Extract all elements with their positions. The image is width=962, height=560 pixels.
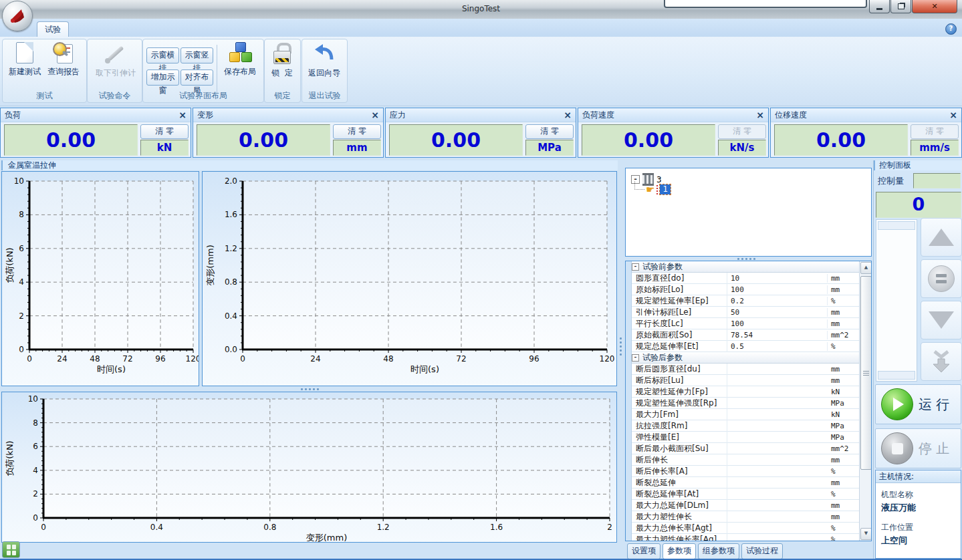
meter-title: 应力: [390, 110, 406, 120]
param-row[interactable]: 原始截面积[So]78.54mm^2: [632, 329, 860, 341]
selected-specimen[interactable]: 1: [660, 184, 671, 194]
param-unit: MPa: [828, 399, 860, 408]
jog-fast-down-button[interactable]: [921, 342, 962, 381]
param-value[interactable]: 100: [727, 285, 828, 294]
jog-up-button[interactable]: [921, 218, 962, 257]
speed-track[interactable]: [876, 219, 917, 382]
save-layout-button[interactable]: 保存布局: [221, 42, 259, 78]
tab-0[interactable]: 设置项: [627, 543, 660, 559]
tab-3[interactable]: 试验过程: [741, 543, 783, 559]
pointer-hand-icon: ☛: [646, 185, 654, 194]
param-row[interactable]: 规定总延伸率[Et]0.5%: [632, 341, 860, 352]
meter-value: 0.00: [582, 124, 715, 156]
param-value[interactable]: 50: [727, 308, 828, 317]
param-row[interactable]: 弹性模量[E]MPa: [632, 432, 860, 443]
red-marker-icon: [656, 185, 658, 194]
collapse-icon[interactable]: -: [632, 263, 639, 271]
vertical-splitter[interactable]: [618, 160, 624, 560]
param-row[interactable]: 最大力[Fm]kN: [632, 409, 860, 420]
svg-text:10: 10: [28, 394, 38, 404]
param-row[interactable]: 抗拉强度[Rm]MPa: [632, 420, 860, 432]
title-bar[interactable]: SingoTest ✕: [0, 0, 962, 19]
meter-clear-button[interactable]: 清 零: [140, 124, 189, 139]
param-row[interactable]: 平行长度[Lc]100mm: [632, 318, 860, 329]
param-name: 最大力总延伸[DLm]: [632, 500, 727, 511]
param-row[interactable]: 断后标距[Lu]mm: [632, 375, 860, 386]
param-row[interactable]: 原始标距[Lo]100mm: [632, 284, 860, 295]
param-row[interactable]: 圆形直径[do]10mm: [632, 273, 860, 284]
restore-button[interactable]: [890, 0, 911, 13]
control-amount-input[interactable]: [913, 173, 961, 188]
param-value[interactable]: 0.5: [727, 342, 828, 351]
param-row[interactable]: 规定塑性延伸力[Fp]kN: [632, 386, 860, 398]
group-label-exit: 退出试验: [302, 90, 347, 102]
meter-close-icon[interactable]: ×: [564, 108, 572, 122]
meter-close-icon[interactable]: ×: [756, 108, 764, 122]
specimen-tree[interactable]: - 3 ☛ 1: [625, 168, 872, 257]
minimize-button[interactable]: [869, 0, 890, 13]
tree-child-node[interactable]: ☛ 1: [646, 184, 671, 194]
close-button[interactable]: ✕: [912, 0, 957, 13]
svg-text:96: 96: [155, 354, 165, 364]
param-row[interactable]: 断后最小截面积[Su]mm^2: [632, 443, 860, 454]
param-row[interactable]: 断后圆形直径[du]mm: [632, 364, 860, 375]
undo-arrow-icon: [313, 42, 336, 65]
param-row[interactable]: 最大力总延伸[DLm]mm: [632, 500, 860, 511]
jog-down-button[interactable]: [921, 301, 962, 339]
param-row[interactable]: 规定塑性延伸率[Ep]0.2%: [632, 295, 860, 307]
report-search-icon: [53, 42, 74, 63]
chart-grid-button[interactable]: [2, 541, 20, 558]
param-section-header[interactable]: -试验后参数: [632, 352, 860, 364]
windows-vertical-button[interactable]: 示窗竖排: [181, 47, 213, 63]
query-report-button[interactable]: 查询报告: [44, 42, 83, 78]
param-value[interactable]: 0.2: [727, 297, 828, 305]
meter-clear-button[interactable]: 清 零: [525, 124, 574, 139]
new-test-button[interactable]: 新建测试: [5, 42, 44, 78]
meter-clear-button[interactable]: 清 零: [333, 124, 381, 139]
add-window-button[interactable]: 增加示窗: [146, 69, 179, 86]
align-layout-button[interactable]: 对齐布局: [181, 69, 213, 86]
tab-1[interactable]: 参数项: [663, 543, 696, 559]
ribbon-separator: [217, 45, 217, 93]
param-row[interactable]: 最大力总伸长率[Agt]%: [632, 523, 860, 534]
table-scrollbar[interactable]: ▲ ▼: [859, 261, 871, 541]
param-row[interactable]: 最大力塑性伸长率[Ag]%: [632, 534, 860, 541]
windows-horizontal-button[interactable]: 示窗横排: [146, 47, 179, 63]
stop-icon: [881, 432, 913, 464]
param-row[interactable]: 引伸计标距[Le]50mm: [632, 307, 860, 318]
svg-text:10: 10: [14, 176, 24, 186]
param-row[interactable]: 断后伸长率[A]%: [632, 466, 860, 477]
scroll-thumb[interactable]: [860, 276, 872, 470]
param-name: 抗拉强度[Rm]: [632, 420, 727, 432]
scroll-down-icon[interactable]: ▼: [860, 528, 872, 540]
param-row[interactable]: 断裂总延伸mm: [632, 477, 860, 488]
param-value[interactable]: 78.54: [727, 331, 828, 339]
param-value[interactable]: 100: [727, 319, 828, 328]
param-row[interactable]: 断裂总延伸率[At]%: [632, 488, 860, 500]
collapse-icon[interactable]: -: [632, 354, 639, 362]
svg-text:1.6: 1.6: [490, 523, 503, 532]
tab-2[interactable]: 组参数项: [698, 543, 739, 559]
tab-shiyan[interactable]: 试验: [37, 21, 69, 37]
param-unit: MPa: [828, 433, 860, 442]
param-row[interactable]: 最大力塑性伸长mm: [632, 511, 860, 523]
param-row[interactable]: 断后伸长mm: [632, 454, 860, 466]
scroll-up-icon[interactable]: ▲: [860, 262, 872, 274]
svg-text:6: 6: [19, 244, 24, 253]
param-section-header[interactable]: -试验前参数: [632, 261, 860, 273]
param-row[interactable]: 规定塑性延伸强度[Rp]MPa: [632, 398, 860, 409]
jog-hold-button[interactable]: [921, 259, 962, 298]
svg-text:0.8: 0.8: [263, 523, 276, 532]
help-icon[interactable]: ?: [945, 23, 957, 35]
horizontal-splitter[interactable]: [0, 386, 622, 392]
param-value[interactable]: 10: [727, 274, 828, 283]
lock-button[interactable]: 锁 定: [263, 42, 302, 79]
meter-close-icon[interactable]: ×: [178, 108, 187, 122]
meter-close-icon[interactable]: ×: [949, 108, 957, 122]
app-menu-orb[interactable]: [2, 1, 33, 31]
meter-title: 负荷: [5, 110, 21, 120]
run-button[interactable]: 运 行: [875, 384, 961, 424]
meter-close-icon[interactable]: ×: [371, 108, 379, 122]
tree-table-splitter[interactable]: [737, 258, 755, 260]
return-wizard-button[interactable]: 返回向导: [305, 42, 344, 79]
